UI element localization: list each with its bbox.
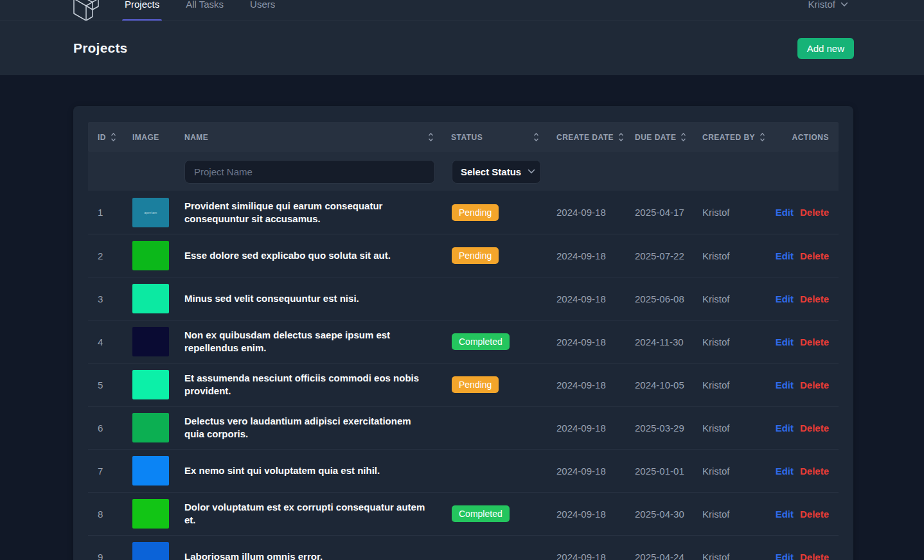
edit-link[interactable]: Edit	[776, 250, 794, 261]
actions-cell: Edit Delete	[770, 509, 839, 520]
column-label: NAME	[184, 133, 208, 142]
created-by: Kristof	[693, 337, 770, 347]
table-row: 8 Dolor voluptatum est ex corrupti conse…	[88, 492, 839, 535]
status-filter-value: Select Status	[461, 166, 528, 177]
edit-link[interactable]: Edit	[776, 552, 794, 560]
table-row: 1 aperiam Provident similique qui earum …	[88, 191, 839, 234]
project-thumbnail	[132, 413, 169, 442]
project-thumbnail	[132, 499, 169, 529]
table-row: 3 Minus sed velit consequuntur est nisi.…	[88, 277, 839, 320]
sort-icon[interactable]	[533, 132, 539, 142]
created-by: Kristof	[693, 509, 770, 520]
column-label: STATUS	[451, 133, 483, 142]
table-header-row: ID IMAGE NAME STATUS CREATE DATE DUE DAT…	[88, 122, 839, 152]
image-cell	[123, 456, 175, 486]
project-name: Delectus vero laudantium adipisci exerci…	[175, 415, 441, 441]
project-name: Minus sed velit consequuntur est nisi.	[175, 292, 441, 305]
projects-table-card: ID IMAGE NAME STATUS CREATE DATE DUE DAT…	[73, 106, 853, 560]
actions-cell: Edit Delete	[770, 337, 839, 347]
top-navbar: Projects All Tasks Users Kristof	[0, 0, 924, 21]
status-cell: Pending	[441, 204, 547, 221]
status-badge: Completed	[452, 333, 510, 350]
status-cell: Completed	[441, 333, 547, 350]
status-cell: Pending	[441, 247, 547, 264]
sort-icon[interactable]	[111, 132, 116, 142]
sort-icon[interactable]	[760, 132, 765, 142]
main-nav: Projects All Tasks Users	[123, 0, 300, 21]
user-name: Kristof	[808, 0, 835, 9]
due-date: 2025-01-01	[625, 466, 693, 477]
edit-link[interactable]: Edit	[776, 509, 794, 520]
column-header-due-date[interactable]: DUE DATE	[625, 132, 693, 142]
project-thumbnail	[132, 284, 169, 313]
table-row: 5 Et assumenda nesciunt officiis commodi…	[88, 363, 839, 406]
nav-item-users[interactable]: Users	[249, 0, 276, 21]
column-label: ID	[98, 133, 106, 142]
delete-link[interactable]: Delete	[800, 250, 829, 261]
status-badge: Pending	[452, 204, 499, 221]
edit-link[interactable]: Edit	[776, 466, 794, 477]
column-header-create-date[interactable]: CREATE DATE	[547, 132, 625, 142]
row-id: 5	[88, 380, 123, 390]
delete-link[interactable]: Delete	[800, 509, 829, 520]
delete-link[interactable]: Delete	[800, 293, 829, 304]
table-row: 2 Esse dolore sed explicabo quo soluta s…	[88, 234, 839, 277]
project-thumbnail: aperiam	[132, 198, 169, 227]
column-label: CREATED BY	[702, 133, 755, 142]
delete-link[interactable]: Delete	[800, 380, 829, 390]
create-date: 2024-09-18	[547, 250, 625, 261]
image-cell	[123, 370, 175, 399]
row-id: 2	[88, 250, 123, 261]
due-date: 2025-04-30	[625, 509, 693, 520]
delete-link[interactable]: Delete	[800, 466, 829, 477]
nav-item-projects[interactable]: Projects	[123, 0, 161, 21]
row-id: 6	[88, 423, 123, 433]
column-header-id[interactable]: ID	[88, 132, 123, 142]
actions-cell: Edit Delete	[770, 423, 839, 433]
column-header-created-by[interactable]: CREATED BY	[693, 132, 770, 142]
edit-link[interactable]: Edit	[776, 207, 794, 218]
row-id: 1	[88, 207, 123, 218]
sort-icon[interactable]	[680, 132, 686, 142]
delete-link[interactable]: Delete	[800, 423, 829, 433]
page-content: ID IMAGE NAME STATUS CREATE DATE DUE DAT…	[0, 75, 924, 560]
delete-link[interactable]: Delete	[800, 337, 829, 347]
due-date: 2025-07-22	[625, 250, 693, 261]
create-date: 2024-09-18	[547, 337, 625, 347]
column-header-actions: ACTIONS	[770, 133, 839, 142]
edit-link[interactable]: Edit	[776, 293, 794, 304]
nav-item-all-tasks[interactable]: All Tasks	[184, 0, 225, 21]
project-name-filter-input[interactable]	[184, 160, 435, 184]
project-name: Laboriosam illum omnis error.	[175, 550, 441, 560]
sort-icon[interactable]	[618, 132, 624, 142]
user-menu[interactable]: Kristof	[808, 0, 848, 9]
status-filter-select[interactable]: Select Status	[452, 160, 541, 184]
row-id: 4	[88, 337, 123, 347]
created-by: Kristof	[693, 552, 770, 560]
status-badge: Pending	[452, 376, 499, 393]
row-id: 9	[88, 552, 123, 560]
project-thumbnail	[132, 327, 169, 356]
image-cell	[123, 542, 175, 560]
column-header-image: IMAGE	[123, 133, 175, 142]
sort-icon[interactable]	[428, 132, 434, 142]
edit-link[interactable]: Edit	[776, 337, 794, 347]
add-new-button[interactable]: Add new	[797, 38, 854, 59]
page-title: Projects	[73, 40, 127, 56]
image-cell: aperiam	[123, 198, 175, 227]
status-badge: Pending	[452, 247, 499, 264]
chevron-down-icon	[528, 169, 535, 174]
actions-cell: Edit Delete	[770, 293, 839, 304]
create-date: 2024-09-18	[547, 552, 625, 560]
column-header-name[interactable]: NAME	[175, 132, 441, 142]
delete-link[interactable]: Delete	[800, 552, 829, 560]
edit-link[interactable]: Edit	[776, 423, 794, 433]
project-name: Ex nemo sint qui voluptatem quia est nih…	[175, 464, 441, 477]
delete-link[interactable]: Delete	[800, 207, 829, 218]
column-header-status[interactable]: STATUS	[441, 132, 547, 142]
due-date: 2025-04-17	[625, 207, 693, 218]
actions-cell: Edit Delete	[770, 250, 839, 261]
image-cell	[123, 413, 175, 442]
app-logo-icon[interactable]	[69, 0, 103, 21]
edit-link[interactable]: Edit	[776, 380, 794, 390]
